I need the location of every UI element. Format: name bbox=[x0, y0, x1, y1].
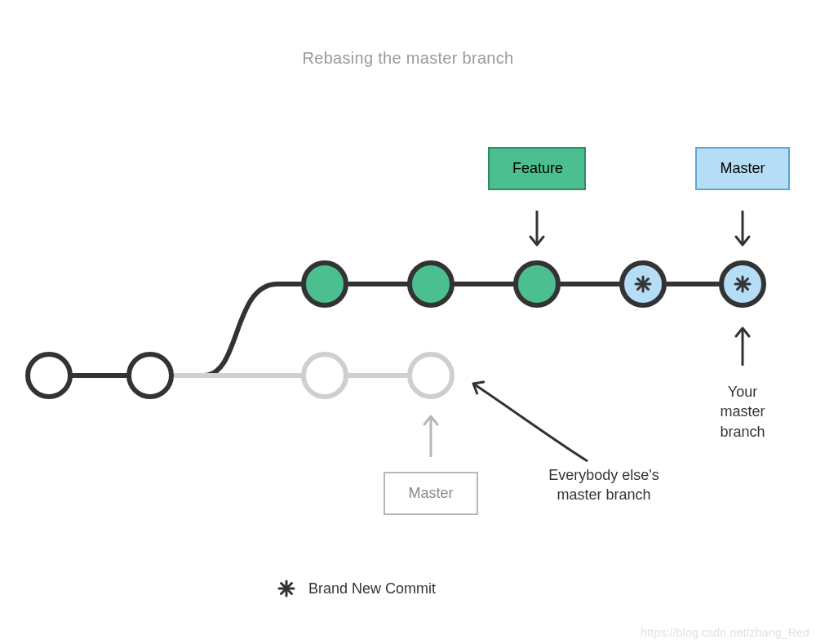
commit-feature-2 bbox=[410, 263, 452, 305]
legend-label: Brand New Commit bbox=[308, 580, 436, 597]
annotation-others-master: Everybody else's master branch bbox=[522, 465, 685, 505]
commit-base-2 bbox=[129, 354, 171, 397]
diagram-stage: Rebasing the master branch bbox=[0, 0, 816, 644]
star-icon bbox=[277, 580, 295, 597]
arrow-others-master bbox=[470, 378, 588, 461]
commit-feature-3 bbox=[516, 263, 558, 305]
tag-feature: Feature bbox=[488, 147, 586, 190]
commit-feature-1 bbox=[304, 263, 346, 305]
git-graph bbox=[0, 0, 816, 644]
legend: Brand New Commit bbox=[277, 580, 436, 597]
commit-old-master-2 bbox=[410, 354, 452, 397]
commit-new-master-1 bbox=[622, 263, 664, 305]
annotation-your-master: Your master branch bbox=[694, 382, 792, 442]
commit-old-master-1 bbox=[304, 354, 346, 397]
arrow-old-master-up bbox=[424, 416, 437, 457]
tag-master-old: Master bbox=[384, 472, 478, 515]
commit-new-master-2 bbox=[721, 263, 764, 305]
arrow-feature-down bbox=[530, 211, 543, 245]
tag-master-new: Master bbox=[695, 147, 790, 190]
arrow-master-down bbox=[736, 211, 749, 245]
arrow-your-master-up bbox=[736, 328, 749, 366]
commit-base-1 bbox=[28, 354, 70, 397]
